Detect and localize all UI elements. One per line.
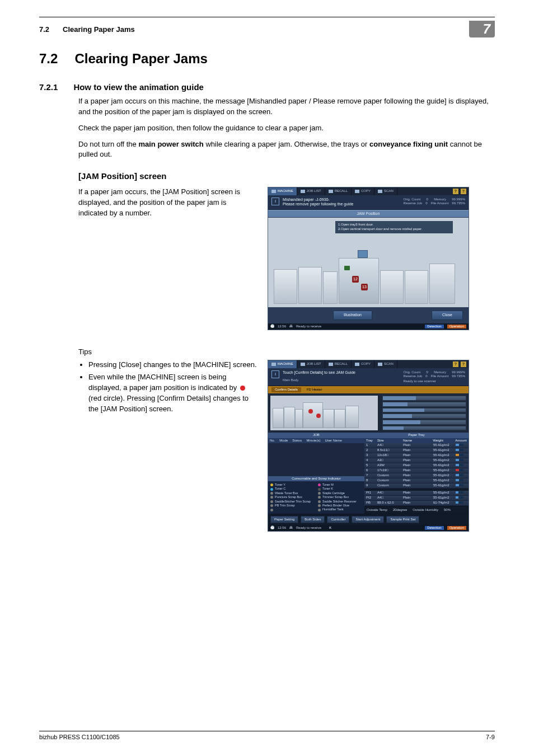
- table-row: PB88.0 x 62.0Plain61-74g/m2: [364, 501, 469, 506]
- intro-p1: If a paper jam occurs on this machine, t…: [78, 96, 495, 118]
- tray-levels: [382, 396, 466, 430]
- tab-recall[interactable]: RECALL: [325, 360, 352, 368]
- start-adjustment-button[interactable]: Start Adjustment: [352, 516, 384, 523]
- paper-tray-header: Paper Tray: [364, 433, 469, 438]
- confirm-details-button[interactable]: Confirm Details: [271, 387, 301, 392]
- h1-title: Clearing Paper Jams: [74, 51, 207, 67]
- counters: Orig. Count0Memory99.999% Reserve Job0Fi…: [404, 198, 465, 205]
- tip-item-2: Even while the [MACHINE] screen is being…: [88, 372, 257, 414]
- illustration-button[interactable]: Illustration: [333, 311, 372, 320]
- consumable-item: SaddleStitcher Trim Scrap: [270, 500, 315, 504]
- panel-title: JAM Position: [268, 210, 469, 218]
- consumable-item: Trimmer Scrap Box: [318, 495, 362, 499]
- scan-icon: [378, 363, 382, 366]
- consumable-item: Toner K: [318, 487, 362, 491]
- consumable-item: [270, 508, 315, 511]
- h2-title: How to view the animation guide: [73, 82, 204, 92]
- help-icon[interactable]: ?: [453, 361, 458, 367]
- paper-setting-button[interactable]: Paper Setting: [270, 516, 298, 523]
- tab-bar: MACHINE JOB LIST RECALL COPY SCAN ? ?: [268, 360, 469, 368]
- subsection-heading: 7.2.1 How to view the animation guide: [39, 82, 495, 92]
- jam-message-line2: Please remove paper following the guide: [283, 202, 353, 206]
- header-section-number: 7.2: [39, 25, 49, 34]
- table-row: 8CustomPlain55-61g/m2: [364, 478, 469, 483]
- green-marker: [344, 266, 350, 270]
- h1-number: 7.2: [39, 51, 58, 67]
- table-row: 9CustomPlain55-61g/m2: [364, 483, 469, 489]
- table-row: 617x19□Plain55-61g/m2: [364, 468, 469, 473]
- consumable-item: Staple Cartridge: [318, 491, 362, 495]
- message-bar: i Mishandled paper -J-0930- Please remov…: [268, 195, 469, 210]
- detection-chip: Detection: [425, 325, 443, 328]
- tips-label: Tips: [78, 347, 495, 358]
- tab-scan[interactable]: SCAN: [374, 360, 397, 368]
- tab-machine[interactable]: MACHINE: [268, 187, 297, 195]
- paper-tray-columns: Tray Size Name Weight Amount: [364, 438, 469, 443]
- chapter-badge: 7: [469, 21, 495, 37]
- copy-icon: [355, 363, 359, 366]
- tip-item-1: Pressing [Close] changes to the [MACHINE…: [88, 360, 257, 370]
- instruction-box: 1.Open tray3 front door. 2.Open vertical…: [335, 221, 453, 233]
- equipment-diagram-small: [270, 396, 378, 430]
- consumable-item: Humidifier Tank: [318, 508, 362, 511]
- header-section-title: Clearing Paper Jams: [63, 25, 135, 34]
- tab-recall[interactable]: RECALL: [325, 187, 352, 195]
- sample-print-button[interactable]: Sample Print Set: [386, 516, 419, 523]
- table-row: PI2A4□Plain55-61g/m2: [364, 496, 469, 501]
- page-header: 7.2 Clearing Paper Jams 7: [39, 21, 495, 37]
- scan-icon: [378, 190, 382, 193]
- help-icon[interactable]: ?: [453, 189, 458, 194]
- tab-joblist[interactable]: JOB LIST: [297, 360, 325, 368]
- tab-joblist[interactable]: JOB LIST: [297, 187, 325, 195]
- tab-bar: MACHINE JOB LIST RECALL COPY SCAN ? ?: [268, 187, 469, 195]
- job-columns: No. Mode Status Minute(s) User Name: [268, 438, 364, 443]
- counters: Orig. Count0Memory99.999% Reserve Job0Fi…: [404, 370, 465, 384]
- message-bar: i Touch [Confirm Details] to see JAM Gui…: [268, 368, 469, 387]
- equipment-diagram: 12 13: [274, 242, 463, 304]
- consumables-grid: Toner YToner MToner CToner KWaste Toner …: [268, 481, 364, 514]
- clock-icon: 🕐: [270, 325, 274, 328]
- intro-p3: Do not turn off the main power switch wh…: [78, 139, 495, 161]
- table-row: PI1A4□Plain55-61g/m2: [364, 491, 469, 496]
- status-bar: 🕐 12:56 🖶 Ready to receive K Detection O…: [268, 525, 469, 531]
- tab-copy[interactable]: COPY: [352, 187, 374, 195]
- both-sides-button[interactable]: Both Sides: [301, 516, 325, 523]
- tips-list: Pressing [Close] changes to the [MACHINE…: [78, 360, 257, 415]
- operation-chip: Operation: [447, 325, 466, 328]
- controller-button[interactable]: Controller: [327, 516, 349, 523]
- main-body-label: Main Body: [283, 378, 355, 382]
- consumable-item: Puncture Scrap Box: [270, 495, 315, 499]
- red-circle-icon: [240, 386, 245, 391]
- consumable-item: Waste Toner Box: [270, 491, 315, 495]
- table-row: 4A3□Plain55-61g/m2: [364, 458, 469, 463]
- table-row: 1A4□Plain55-61g/m2: [364, 443, 469, 448]
- consumables-header: Consumable and Scrap Indicator: [268, 476, 364, 481]
- joblist-icon: [301, 363, 305, 366]
- h2-number: 7.2.1: [39, 82, 58, 92]
- jam-diagram-area: 1.Open tray3 front door. 2.Open vertical…: [268, 218, 469, 307]
- table-row: 312x18□Plain55-61g/m2: [364, 453, 469, 458]
- bottom-button-row: Paper Setting Both Sides Controller Star…: [268, 514, 469, 525]
- help2-icon[interactable]: ?: [461, 189, 466, 194]
- machine-message: Touch [Confirm Details] to see JAM Guide: [283, 370, 355, 375]
- recall-icon: [329, 190, 333, 193]
- tab-scan[interactable]: SCAN: [374, 187, 397, 195]
- intro-p2: Check the paper jam position, then follo…: [78, 123, 495, 134]
- jam-number-badge: 13: [361, 284, 368, 290]
- tab-machine[interactable]: MACHINE: [268, 360, 297, 368]
- job-list-empty: [268, 443, 364, 476]
- machine-icon: [271, 190, 276, 193]
- close-button[interactable]: Close: [432, 311, 463, 320]
- table-row: 5A3WPlain55-61g/m2: [364, 463, 469, 468]
- consumable-item: Saddle Stitcher Receiver: [318, 500, 362, 504]
- printer-icon: 🖶: [289, 526, 293, 530]
- pi-rows: PI1A4□Plain55-61g/m2PI2A4□Plain55-61g/m2…: [364, 491, 469, 506]
- table-row: 28.5x11□Plain55-61g/m2: [364, 448, 469, 453]
- tab-copy[interactable]: COPY: [352, 360, 374, 368]
- footer-page-number: 7-9: [486, 734, 495, 740]
- machine-screen-screenshot: MACHINE JOB LIST RECALL COPY SCAN ? ? i: [268, 360, 469, 532]
- machine-icon: [271, 363, 276, 366]
- help2-icon[interactable]: ?: [461, 361, 466, 367]
- status-bar: 🕐 12:56 🖶 Ready to receive Detection Ope…: [268, 323, 469, 330]
- environment-row: Outside Temp20degree Outside Humidity50%: [364, 506, 469, 514]
